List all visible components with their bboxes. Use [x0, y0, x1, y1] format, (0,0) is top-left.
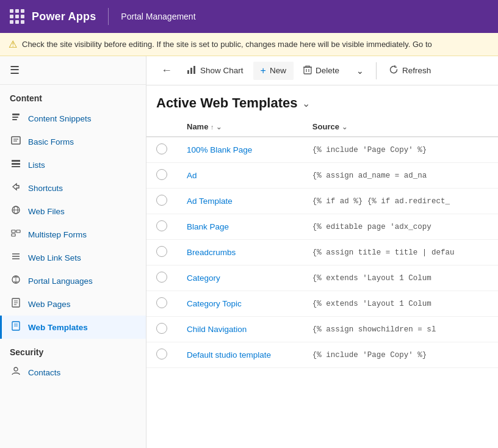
back-icon: ←: [161, 64, 172, 76]
name-column-header[interactable]: Name ↑ ⌄: [177, 117, 303, 137]
row-checkbox[interactable]: [156, 169, 167, 180]
row-checkbox[interactable]: [156, 297, 167, 308]
chevron-down-button[interactable]: ⌄: [349, 62, 371, 79]
row-checkbox[interactable]: [156, 143, 167, 154]
content-snippets-label: Content Snippets: [28, 114, 92, 123]
table-row[interactable]: Blank Page {% editable page 'adx_copy: [146, 214, 498, 240]
refresh-button[interactable]: Refresh: [381, 61, 438, 80]
row-checkbox[interactable]: [156, 195, 167, 206]
delete-label: Delete: [316, 66, 339, 75]
lists-label: Lists: [28, 161, 45, 170]
sidebar-item-shortcuts[interactable]: Shortcuts: [0, 176, 146, 200]
sidebar-item-web-files[interactable]: Web Files: [0, 200, 146, 223]
name-column-label: Name: [187, 122, 208, 131]
top-bar-divider: [108, 8, 109, 25]
row-name-cell[interactable]: Category: [177, 266, 303, 291]
sidebar-item-web-link-sets[interactable]: Web Link Sets: [0, 246, 146, 269]
web-link-sets-label: Web Link Sets: [28, 253, 81, 262]
row-name-cell[interactable]: Ad Template: [177, 189, 303, 214]
show-chart-button[interactable]: Show Chart: [179, 61, 251, 80]
svg-rect-31: [304, 67, 311, 74]
web-templates-label: Web Templates: [28, 323, 88, 332]
menu-button[interactable]: ☰: [0, 56, 146, 85]
svg-rect-7: [12, 163, 20, 165]
svg-rect-6: [12, 160, 20, 162]
sidebar-item-web-pages[interactable]: Web Pages: [0, 292, 146, 316]
table-row[interactable]: Ad {% assign ad_name = ad_na: [146, 163, 498, 189]
source-sort-icon[interactable]: ⌄: [342, 123, 347, 131]
table-row[interactable]: 100% Blank Page {% include 'Page Copy' %…: [146, 137, 498, 163]
toolbar-separator: [376, 62, 377, 79]
web-link-sets-icon: [10, 251, 22, 264]
row-name-cell[interactable]: Category Topic: [177, 291, 303, 317]
table-title-row: Active Web Templates ⌄: [146, 85, 498, 117]
sidebar-item-web-templates[interactable]: Web Templates: [0, 316, 146, 339]
portal-languages-label: Portal Languages: [28, 276, 93, 286]
source-column-header[interactable]: Source ⌄: [303, 117, 498, 137]
name-sort-icons[interactable]: ↑ ⌄: [211, 123, 222, 131]
sidebar-item-lists[interactable]: Lists: [0, 153, 146, 176]
row-source-cell: {% editable page 'adx_copy: [303, 214, 498, 240]
select-all-header[interactable]: [146, 117, 177, 137]
chevron-down-icon: ⌄: [356, 66, 364, 76]
row-source-cell: {% extends 'Layout 1 Colum: [303, 291, 498, 317]
row-checkbox[interactable]: [156, 246, 167, 257]
row-checkbox[interactable]: [156, 272, 167, 283]
table-title: Active Web Templates: [156, 95, 297, 111]
svg-point-27: [14, 367, 18, 371]
table-row[interactable]: Child Navigation {% assign showchildren …: [146, 317, 498, 342]
hamburger-icon: ☰: [10, 64, 20, 76]
top-bar: Power Apps Portal Management: [0, 0, 498, 33]
contacts-icon: [10, 366, 22, 378]
content-section-title: Content: [0, 85, 146, 107]
warning-text: Check the site visibility before editing…: [22, 40, 432, 49]
sidebar-item-multistep-forms[interactable]: Multistep Forms: [0, 223, 146, 246]
svg-rect-12: [12, 230, 15, 233]
sidebar-item-contacts[interactable]: Contacts: [0, 361, 146, 384]
svg-rect-28: [187, 70, 189, 74]
app-grid-icon[interactable]: [10, 9, 24, 24]
new-label: New: [270, 66, 286, 75]
delete-button[interactable]: Delete: [296, 61, 347, 80]
new-button[interactable]: + New: [253, 62, 294, 80]
row-name-cell[interactable]: Default studio template: [177, 342, 303, 368]
title-chevron-icon[interactable]: ⌄: [302, 98, 310, 109]
delete-icon: [303, 65, 312, 76]
svg-rect-14: [12, 234, 15, 236]
table-row[interactable]: Category Topic {% extends 'Layout 1 Colu…: [146, 291, 498, 317]
row-checkbox[interactable]: [156, 220, 167, 231]
sidebar-item-basic-forms[interactable]: Basic Forms: [0, 130, 146, 153]
content-area: ← Show Chart + New Delete ⌄: [146, 56, 498, 448]
sidebar-item-content-snippets[interactable]: Content Snippets: [0, 107, 146, 130]
row-name-cell[interactable]: Breadcrumbs: [177, 240, 303, 266]
table-row[interactable]: Category {% extends 'Layout 1 Colum: [146, 266, 498, 291]
svg-rect-13: [16, 230, 20, 233]
row-name-cell[interactable]: Blank Page: [177, 214, 303, 240]
row-name-cell[interactable]: Ad: [177, 163, 303, 189]
row-name-cell[interactable]: Child Navigation: [177, 317, 303, 342]
svg-rect-8: [12, 166, 20, 167]
data-table: Name ↑ ⌄ Source ⌄ 100% Blank Page {% inc…: [146, 117, 498, 448]
table-row[interactable]: Breadcrumbs {% assign title = title | de…: [146, 240, 498, 266]
shortcuts-icon: [10, 182, 22, 194]
web-templates-icon: [10, 321, 22, 333]
sidebar-item-portal-languages[interactable]: Portal Languages: [0, 269, 146, 292]
row-source-cell: {% include 'Page Copy' %}: [303, 137, 498, 163]
lists-icon: [10, 159, 22, 171]
toolbar: ← Show Chart + New Delete ⌄: [146, 56, 498, 85]
row-checkbox[interactable]: [156, 349, 167, 359]
main-layout: ☰ Content Content Snippets Basic Forms L…: [0, 56, 498, 448]
table-row[interactable]: Default studio template {% include 'Page…: [146, 342, 498, 368]
svg-rect-3: [12, 137, 20, 144]
svg-rect-30: [193, 66, 195, 74]
svg-rect-29: [190, 68, 192, 74]
row-source-cell: {% assign title = title | defau: [303, 240, 498, 266]
basic-forms-icon: [10, 135, 22, 148]
row-name-cell[interactable]: 100% Blank Page: [177, 137, 303, 163]
back-button[interactable]: ←: [156, 62, 177, 79]
row-checkbox[interactable]: [156, 323, 167, 334]
warning-icon: ⚠: [9, 38, 17, 50]
multistep-forms-label: Multistep Forms: [28, 230, 87, 239]
table-row[interactable]: Ad Template {% if ad %} {% if ad.redirec…: [146, 189, 498, 214]
security-section-title: Security: [0, 339, 146, 361]
